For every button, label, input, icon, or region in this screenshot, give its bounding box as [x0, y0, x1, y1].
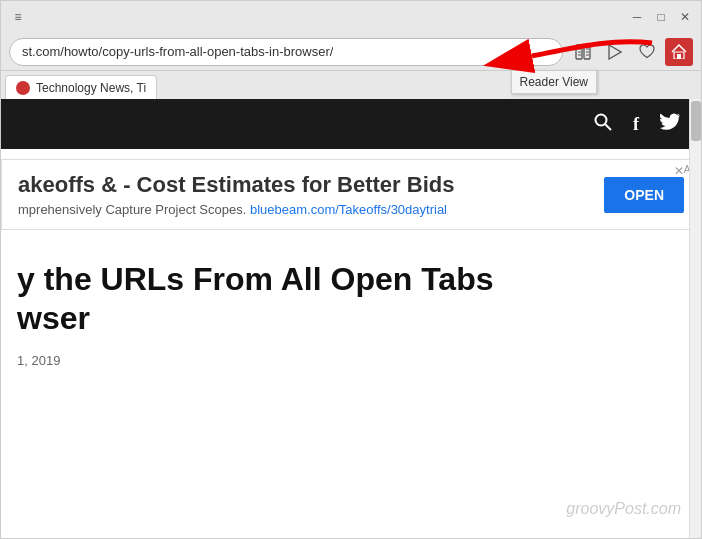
ad-content: akeoffs & - Cost Estimates for Better Bi… — [18, 172, 584, 217]
webpage-content: f akeoffs & - Cost Estimates for Better … — [1, 99, 701, 538]
toolbar-icons: Reader View — [569, 38, 693, 66]
article-content: y the URLs From All Open Tabs wser 1, 20… — [1, 240, 701, 538]
window-controls: ─ □ ✕ — [629, 9, 693, 25]
favorite-button[interactable] — [633, 38, 661, 66]
svg-line-12 — [605, 124, 611, 130]
article-title: y the URLs From All Open Tabs wser — [17, 260, 685, 337]
browser-tab[interactable]: Technology News, Ti — [5, 75, 157, 99]
search-nav-icon[interactable] — [593, 112, 613, 137]
maximize-button[interactable]: □ — [653, 9, 669, 25]
advertisement-banner: akeoffs & - Cost Estimates for Better Bi… — [1, 159, 701, 230]
tab-title: Technology News, Ti — [36, 81, 146, 95]
site-navigation: f — [1, 99, 701, 149]
close-button[interactable]: ✕ — [677, 9, 693, 25]
play-button[interactable] — [601, 38, 629, 66]
home-button[interactable] — [665, 38, 693, 66]
svg-rect-10 — [677, 54, 681, 59]
reader-view-button[interactable]: Reader View — [569, 38, 597, 66]
heart-icon — [639, 44, 655, 59]
reader-view-tooltip: Reader View — [511, 70, 597, 94]
site-brand: groovyPost.com — [566, 500, 681, 518]
browser-window: ≡ ─ □ ✕ st.com/howto/copy-urls-from-all-… — [0, 0, 702, 539]
ad-close-button[interactable]: ✕ — [674, 164, 684, 178]
scrollbar-thumb[interactable] — [691, 101, 701, 141]
svg-point-11 — [596, 114, 607, 125]
reader-view-icon — [574, 43, 592, 61]
address-bar-row: st.com/howto/copy-urls-from-all-open-tab… — [1, 33, 701, 71]
twitter-nav-icon[interactable] — [659, 113, 681, 136]
ad-link[interactable]: bluebeam.com/Takeoffs/30daytrial — [250, 202, 447, 217]
facebook-nav-icon[interactable]: f — [633, 114, 639, 135]
address-bar[interactable]: st.com/howto/copy-urls-from-all-open-tab… — [9, 38, 563, 66]
ad-subtitle: mprehensively Capture Project Scopes. bl… — [18, 202, 584, 217]
minimize-button[interactable]: ─ — [629, 9, 645, 25]
tab-favicon — [16, 81, 30, 95]
svg-marker-8 — [609, 45, 621, 59]
menu-icon[interactable]: ≡ — [9, 8, 27, 26]
url-text: st.com/howto/copy-urls-from-all-open-tab… — [22, 44, 333, 59]
ad-open-button[interactable]: OPEN — [604, 177, 684, 213]
scrollbar[interactable] — [689, 99, 701, 538]
article-date: 1, 2019 — [17, 353, 685, 368]
home-icon — [671, 44, 687, 59]
play-icon — [608, 44, 622, 60]
title-bar: ≡ ─ □ ✕ — [1, 1, 701, 33]
ad-title: akeoffs & - Cost Estimates for Better Bi… — [18, 172, 584, 198]
